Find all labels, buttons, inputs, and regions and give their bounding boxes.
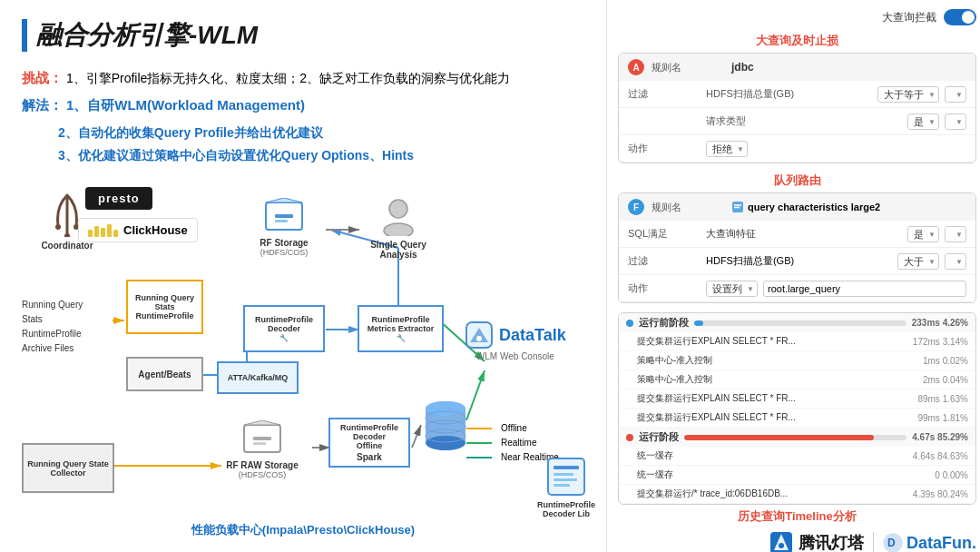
challenge-row: 挑战： 1、引擎Profile指标无持久化、粒度太细；2、缺乏对工作负载的洞察与…: [22, 67, 584, 89]
rule1-val1-select[interactable]: [945, 85, 966, 103]
run-phase-header: 运行阶段 4.67s 85.29%: [619, 428, 975, 447]
rf-storage-label: RF Storage: [243, 238, 325, 248]
title-accent: [22, 19, 27, 52]
svg-rect-45: [554, 478, 577, 481]
wlm-console-label: WLM Web Console: [465, 351, 566, 361]
svg-rect-31: [253, 442, 266, 445]
diagram-area: Coordinator presto ClickHouse: [22, 180, 584, 534]
rf-raw-icon: [240, 420, 285, 457]
ch-bar4: [107, 224, 112, 237]
rule1-filter-row1: 过滤 HDFS扫描总量(GB) 大于等于: [619, 81, 975, 108]
title-row: 融合分析引擎-WLM: [22, 18, 584, 53]
right-inner: 大查询拦截 大查询及时止损 A 规则名 jdbc 过滤 HDFS扫描总量(GB): [618, 9, 976, 552]
rule1-filter-row2: 请求类型 是: [619, 108, 975, 135]
left-panel: 融合分析引擎-WLM 挑战： 1、引擎Profile指标无持久化、粒度太细；2、…: [0, 0, 606, 552]
timeline-row-pre-2: 策略中心-准入控制 1ms 0.02%: [619, 351, 975, 370]
timeline-row-pre-3: 策略中心-准入控制 2ms 0.04%: [619, 370, 975, 389]
rule1-op1-select[interactable]: 大于等于: [877, 85, 939, 103]
rp-metrics: RuntimeProfileMetrics Extractor🔧: [358, 305, 444, 352]
rule2-badge: F: [628, 199, 644, 215]
datatalk-block: DataTalk WLM Web Console: [465, 320, 566, 361]
rule2-filter-row2: 过滤 HDFS扫描总量(GB) 大于: [619, 248, 975, 275]
rule1-action-select[interactable]: 拒绝: [706, 140, 748, 157]
rule2-val1-select[interactable]: 是: [907, 225, 939, 242]
legend-realtime: Realtime: [466, 438, 559, 448]
svg-marker-23: [266, 198, 302, 202]
solution-label: 解法： 1、自研WLM(Workload Management): [22, 94, 584, 116]
user-icon: [380, 198, 416, 236]
svg-point-35: [426, 401, 466, 416]
logos-bar: 腾讯灯塔 D DataFun.: [618, 530, 976, 552]
db-cylinder: [421, 398, 471, 460]
rule1-action-label: 动作: [628, 142, 701, 155]
single-query: Single Query Analysis: [358, 198, 439, 260]
rule1-val2-select[interactable]: 是: [907, 113, 939, 130]
rf-storage-sub: (HDFS/COS): [243, 248, 325, 257]
svg-line-15: [412, 425, 421, 448]
rule1-filter-label1: HDFS扫描总量(GB): [706, 87, 872, 101]
ch-bar5: [113, 230, 118, 237]
svg-rect-46: [554, 484, 570, 487]
timeline-row-run-2: 统一缓存 0 0.00%: [619, 466, 975, 485]
pre-phase-header: 运行前阶段 233ms 4.26%: [619, 313, 975, 332]
rule2-action-label: 动作: [628, 281, 701, 295]
rule2-action-value[interactable]: [763, 281, 966, 297]
svg-marker-29: [244, 420, 280, 425]
tencent-logo: 腾讯灯塔: [769, 530, 864, 552]
rule1-badge: A: [628, 59, 644, 75]
rp-decoder-lib: RuntimeProfile Decoder Lib: [530, 457, 603, 518]
rf-raw-sub: (HDFS/COS): [217, 470, 308, 479]
rule-card-1: A 规则名 jdbc 过滤 HDFS扫描总量(GB) 大于等于: [618, 53, 976, 163]
svg-point-52: [779, 543, 784, 548]
rule2-val2-select[interactable]: [945, 252, 966, 270]
query-labels: Running Query Stats RuntimeProfile Archi…: [22, 298, 83, 356]
pre-phase-dot: [626, 320, 633, 327]
rule-card-2: F 规则名 query characteristics large2 SQL满足…: [618, 192, 976, 303]
datatalk-icon: [465, 320, 494, 350]
big-query-annotation: 大查询及时止损: [618, 33, 976, 49]
legend-offline: Offline: [466, 423, 559, 433]
datafun-logo: D DataFun.: [883, 533, 976, 552]
ch-bar1: [88, 230, 93, 237]
rule2-op2-select[interactable]: 大于: [897, 252, 939, 270]
rule2-header: F 规则名 query characteristics large2: [619, 193, 975, 221]
single-query-label: Single Query Analysis: [358, 240, 439, 260]
svg-rect-44: [554, 473, 573, 476]
rule2-filter-row1: SQL满足 大查询特征 是: [619, 221, 975, 248]
atta-box: ATTA/Kafka/MQ: [217, 361, 299, 394]
rule2-name-label: 规则名: [652, 201, 724, 214]
rule1-filter-label2: 请求类型: [706, 114, 902, 128]
hist-analysis-label: 历史查询Timeline分析: [618, 508, 976, 525]
solution-line2: 2、自动化的收集Query Profile并给出优化建议: [58, 122, 584, 144]
svg-rect-30: [253, 437, 271, 440]
timeline-row-pre-1: 提交集群运行EXPLAIN SELECT * FR... 172ms 3.14%: [619, 332, 975, 351]
svg-point-26: [389, 200, 407, 218]
svg-rect-43: [554, 466, 579, 469]
timeline-row-run-3: 提交集群运行/* trace_id:06DB16DB... 4.39s 80.2…: [619, 485, 975, 504]
rule2-action-select[interactable]: 设置列: [706, 280, 758, 297]
rf-storage-icon: [261, 198, 307, 234]
main-container: 融合分析引擎-WLM 挑战： 1、引擎Profile指标无持久化、粒度太细；2、…: [0, 0, 980, 552]
page-title: 融合分析引擎-WLM: [36, 18, 258, 53]
rule1-action-row: 动作 拒绝: [619, 135, 975, 163]
svg-rect-25: [275, 220, 288, 222]
decoder-lib-icon: [546, 457, 586, 497]
toggle-label: 大查询拦截: [882, 10, 936, 25]
rqsc-box: Running Query State Collector: [22, 443, 114, 493]
rf-raw-storage: RF RAW Storage (HDFS/COS): [217, 420, 308, 479]
running-query-box: Running QueryStatsRuntimeProfile: [126, 280, 203, 334]
datafun-icon: D: [883, 533, 903, 552]
datatalk-label: DataTalk: [499, 326, 566, 345]
big-query-toggle[interactable]: [944, 9, 976, 25]
rule1-val2b-select[interactable]: [945, 113, 966, 130]
tencent-icon: [769, 530, 794, 552]
rule2-filter-label2: HDFS扫描总量(GB): [706, 254, 892, 268]
svg-point-19: [55, 224, 61, 230]
rule2-extra-select[interactable]: [945, 225, 966, 242]
rule1-header: A 规则名 jdbc: [619, 54, 975, 81]
svg-rect-24: [275, 214, 293, 218]
toggle-knob: [962, 11, 975, 24]
queue-annotation: 队列路由: [618, 172, 976, 189]
svg-point-34: [426, 436, 466, 450]
clickhouse-badge: ClickHouse: [78, 218, 198, 242]
